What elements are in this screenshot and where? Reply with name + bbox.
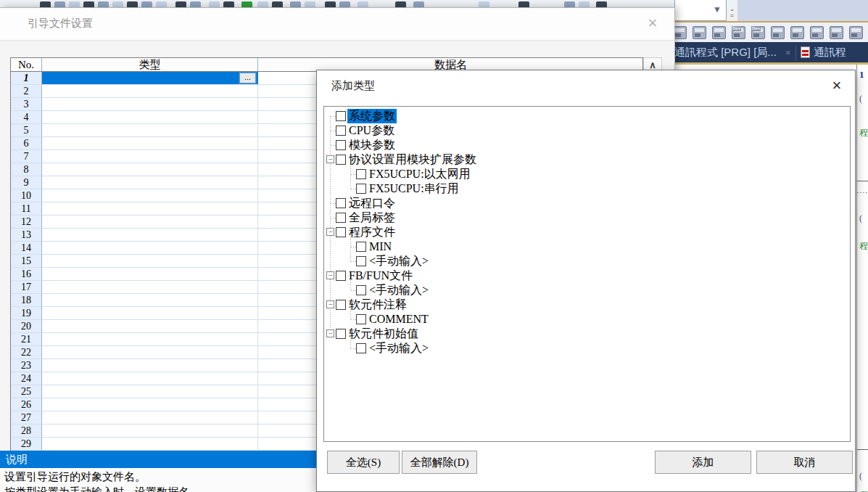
tree-item-label[interactable]: 软元件初始值: [347, 327, 420, 341]
chevron-down-icon[interactable]: ▼: [713, 4, 722, 15]
tree-item-checkbox[interactable]: [356, 169, 366, 179]
type-cell[interactable]: [42, 281, 258, 294]
tree-item-row[interactable]: CPU参数: [324, 123, 850, 138]
tree-item-row[interactable]: COMMENT: [324, 312, 850, 327]
toolbar-icon[interactable]: [771, 26, 785, 39]
tree-item-checkbox[interactable]: [356, 285, 366, 295]
tree-item-label[interactable]: <手动输入>: [368, 254, 430, 268]
tree-item-checkbox[interactable]: [336, 213, 346, 223]
type-cell[interactable]: [42, 98, 258, 111]
tab-program1-label[interactable]: 通訊程式 [PRG] [局...: [674, 46, 777, 60]
type-cell[interactable]: ...: [42, 72, 258, 85]
type-cell[interactable]: [42, 202, 258, 216]
tree-item-label[interactable]: MIN: [368, 239, 393, 254]
type-cell[interactable]: [42, 425, 258, 438]
type-cell[interactable]: [42, 268, 258, 281]
tree-item-checkbox[interactable]: [336, 227, 346, 237]
tab-close-icon[interactable]: ×: [785, 47, 791, 58]
type-cell[interactable]: [42, 333, 258, 346]
tree-item-row[interactable]: FX5UCPU:以太网用: [324, 167, 850, 181]
type-cell[interactable]: [42, 176, 258, 189]
tree-item-checkbox[interactable]: [356, 184, 366, 194]
tree-item-row[interactable]: 模块参数: [324, 138, 850, 152]
tree-item-checkbox[interactable]: [336, 155, 346, 165]
type-cell[interactable]: [42, 163, 258, 176]
tree-item-label[interactable]: COMMENT: [368, 312, 430, 327]
tree-item-row[interactable]: 系统参数: [324, 109, 850, 123]
type-cell[interactable]: [42, 359, 258, 372]
tree-collapse-icon[interactable]: −: [326, 271, 334, 279]
tree-collapse-icon[interactable]: −: [326, 300, 334, 308]
tree-collapse-icon[interactable]: −: [326, 155, 334, 163]
tree-item-checkbox[interactable]: [336, 329, 346, 339]
type-cell[interactable]: [42, 411, 258, 425]
tree-item-checkbox[interactable]: [336, 271, 346, 281]
toolbar-icon[interactable]: [810, 26, 824, 39]
type-cell[interactable]: [42, 294, 258, 307]
tree-collapse-icon[interactable]: −: [326, 228, 334, 236]
tree-item-label[interactable]: FX5UCPU:以太网用: [368, 167, 472, 181]
tree-item-row[interactable]: 全局标签: [324, 210, 850, 225]
select-all-button[interactable]: 全选(S): [327, 451, 400, 474]
tree-item-label[interactable]: 协议设置用模块扩展参数: [347, 152, 478, 167]
tab-program2-label[interactable]: 通訊程: [814, 46, 846, 60]
tree-item-checkbox[interactable]: [336, 126, 346, 136]
add-button[interactable]: 添加: [655, 451, 751, 474]
toolbar-icon[interactable]: [849, 26, 863, 39]
tree-item-row[interactable]: −FB/FUN文件: [324, 268, 850, 283]
tree-item-label[interactable]: <手动输入>: [368, 341, 430, 356]
tree-item-row[interactable]: <手动输入>: [324, 283, 850, 298]
type-cell[interactable]: [42, 229, 258, 242]
tree-item-label[interactable]: 系统参数: [347, 109, 397, 123]
tree-item-checkbox[interactable]: [356, 256, 366, 266]
toolbar-overflow-button[interactable]: ⌄=: [727, 6, 737, 20]
tree-collapse-icon[interactable]: −: [326, 329, 334, 337]
tree-item-row[interactable]: −软元件注释: [324, 298, 850, 312]
type-cell[interactable]: [42, 255, 258, 268]
tree-item-row[interactable]: −软元件初始值: [324, 327, 850, 341]
tree-item-label[interactable]: <手动输入>: [368, 283, 430, 298]
type-cell[interactable]: [42, 124, 258, 137]
tree-item-label[interactable]: 模块参数: [347, 138, 397, 152]
tree-item-row[interactable]: −协议设置用模块扩展参数: [324, 152, 850, 167]
browse-button[interactable]: ...: [239, 73, 256, 83]
tree-item-checkbox[interactable]: [336, 300, 346, 310]
type-cell[interactable]: [42, 307, 258, 320]
toolbar-icon[interactable]: [693, 26, 706, 39]
type-cell[interactable]: [42, 385, 258, 398]
tree-item-label[interactable]: CPU参数: [347, 123, 396, 138]
tree-item-label[interactable]: 全局标签: [347, 210, 397, 225]
type-cell[interactable]: [42, 398, 258, 411]
type-cell[interactable]: [42, 346, 258, 359]
toolbar-icon[interactable]: [790, 26, 804, 39]
tree-item-row[interactable]: −程序文件: [324, 225, 850, 239]
type-cell[interactable]: [42, 137, 258, 150]
type-cell[interactable]: [42, 189, 258, 202]
cancel-button[interactable]: 取消: [756, 451, 853, 474]
tree-item-label[interactable]: FX5UCPU:串行用: [368, 181, 460, 196]
type-cell[interactable]: [42, 150, 258, 163]
close-icon[interactable]: ×: [826, 76, 848, 95]
type-cell[interactable]: [42, 242, 258, 255]
tree-item-row[interactable]: <手动输入>: [324, 341, 850, 356]
tree-item-label[interactable]: 远程口令: [347, 196, 397, 210]
tree-item-row[interactable]: 远程口令: [324, 196, 850, 210]
tree-item-checkbox[interactable]: [356, 343, 366, 353]
type-cell[interactable]: [42, 111, 258, 124]
tree-item-checkbox[interactable]: [336, 140, 346, 150]
close-icon[interactable]: ×: [642, 14, 663, 33]
type-cell[interactable]: [42, 438, 258, 451]
type-cell[interactable]: [42, 372, 258, 385]
tree-item-row[interactable]: FX5UCPU:串行用: [324, 181, 850, 196]
type-cell[interactable]: [42, 216, 258, 229]
tree-item-label[interactable]: FB/FUN文件: [347, 268, 414, 283]
tree-item-label[interactable]: 软元件注释: [347, 298, 408, 312]
toolbar-icon[interactable]: [712, 26, 726, 39]
tree-item-row[interactable]: MIN: [324, 239, 850, 254]
toolbar-combo-box[interactable]: ▼: [674, 0, 727, 21]
tree-item-checkbox[interactable]: [336, 198, 346, 208]
tree-item-row[interactable]: <手动输入>: [324, 254, 850, 268]
deselect-all-button[interactable]: 全部解除(D): [402, 451, 477, 474]
tree-item-checkbox[interactable]: [336, 111, 346, 121]
toolbar-icon[interactable]: [830, 26, 843, 39]
